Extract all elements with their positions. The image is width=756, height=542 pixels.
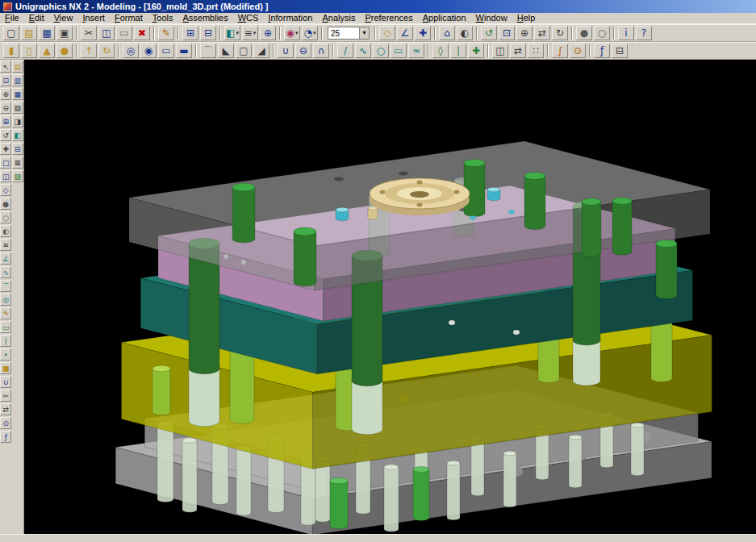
orient-view-button[interactable]: ◐ [457, 26, 473, 40]
nav-2-button[interactable]: ▥ [12, 74, 23, 86]
datum-plane-button[interactable]: ◇ [379, 26, 395, 40]
save-button[interactable]: ▦ [39, 26, 55, 40]
revolve-button[interactable]: ↻ [98, 44, 115, 58]
cone-feature-button[interactable]: ▲ [39, 44, 55, 58]
menu-item-view[interactable]: View [49, 13, 78, 23]
pan-button[interactable]: ✚ [0, 143, 11, 155]
cut-button[interactable]: ✂ [81, 26, 97, 40]
fit-button[interactable]: ⊞ [0, 115, 11, 127]
selection-filter-combo[interactable]: 25▾ [328, 27, 370, 40]
circle-button[interactable]: ◎ [0, 294, 11, 306]
edge-blend-button[interactable]: ⌒ [200, 44, 216, 58]
information-button[interactable]: i [618, 26, 634, 40]
new-button[interactable]: ▢ [3, 26, 19, 40]
help-button[interactable]: ? [636, 26, 652, 40]
nav-3-button[interactable]: ▦ [12, 88, 23, 100]
circle-tool-dropdown-icon[interactable]: ▾ [295, 30, 299, 36]
axis-button[interactable]: | [0, 335, 11, 347]
copy-button[interactable]: ◫ [98, 26, 115, 40]
menu-item-format[interactable]: Format [110, 13, 148, 23]
zoom-tool-button[interactable]: ⊕ [516, 26, 533, 40]
arc-tool-dropdown-icon[interactable]: ▾ [313, 30, 316, 36]
model-navigator-button[interactable]: ⊟ [612, 44, 628, 58]
menu-item-information[interactable]: Information [263, 13, 317, 23]
pattern-button[interactable]: ∷ [528, 44, 544, 58]
shaded-button[interactable]: ● [0, 198, 11, 210]
snap-button[interactable]: ⊙ [0, 417, 11, 429]
rotate-button[interactable]: ↺ [0, 129, 11, 141]
draft-button[interactable]: ◢ [253, 44, 269, 58]
instance-button[interactable]: ◫ [492, 44, 508, 58]
subtract-button[interactable]: ⊖ [295, 44, 311, 58]
wireframe-button[interactable]: ○ [0, 211, 11, 223]
view-ops-button[interactable]: ⊡ [0, 74, 11, 86]
sweep-button[interactable]: ∫ [552, 44, 568, 58]
nav-6-button[interactable]: ◧ [12, 129, 23, 141]
open-button[interactable]: ▤ [21, 26, 37, 40]
intersect-button[interactable]: ∩ [313, 44, 329, 58]
menu-item-edit[interactable]: Edit [24, 13, 49, 23]
snap-grid-button[interactable]: ⊞ [182, 26, 198, 40]
menu-item-help[interactable]: Help [512, 13, 541, 23]
front-view-button[interactable]: □ [0, 156, 11, 169]
extrude-button[interactable]: ↑ [81, 44, 97, 58]
info-window-button[interactable]: ⊟ [200, 26, 216, 40]
hole-feature-button[interactable]: ◎ [123, 44, 139, 58]
chamfer-button[interactable]: ◣ [218, 44, 234, 58]
point-button[interactable]: • [0, 348, 11, 361]
plane-button[interactable]: ▭ [0, 321, 11, 333]
wcs-dynamics-button[interactable]: ⊕ [260, 26, 276, 40]
boss-feature-button[interactable]: ◉ [140, 44, 157, 58]
expression-button[interactable]: ƒ [594, 44, 610, 58]
circle-curve-button[interactable]: ○ [373, 44, 389, 58]
datum-axis-button[interactable]: ∠ [397, 26, 413, 40]
menu-item-insert[interactable]: Insert [77, 13, 110, 23]
selection-filter-combo-arrow-icon[interactable]: ▾ [359, 27, 369, 39]
delete-button[interactable]: ✖ [134, 26, 150, 40]
shell-button[interactable]: ▢ [236, 44, 252, 58]
circle-tool-button[interactable]: ◉▾ [284, 26, 300, 40]
spline-curve-button[interactable]: ≈ [408, 44, 424, 58]
datum-csys-button[interactable]: ✚ [468, 44, 484, 58]
pocket-feature-button[interactable]: ▭ [158, 44, 174, 58]
block-tool-button[interactable]: ■ [0, 362, 11, 374]
block-feature-button[interactable]: ▮ [3, 44, 19, 58]
zoom-in-button[interactable]: ⊕ [0, 88, 11, 100]
paste-button[interactable]: ▭ [116, 26, 132, 40]
nav-8-button[interactable]: ⊠ [12, 156, 23, 169]
menu-item-file[interactable]: File [0, 13, 24, 23]
nav-4-button[interactable]: ▧ [12, 102, 23, 114]
refresh-button[interactable]: ↺ [481, 26, 497, 40]
curve-button[interactable]: ∿ [0, 266, 11, 278]
shaded-view-button[interactable]: ● [576, 26, 592, 40]
tube-button[interactable]: ⊙ [570, 44, 586, 58]
layer-settings-dropdown-icon[interactable]: ▾ [253, 30, 257, 36]
point-tool-button[interactable]: ✚ [415, 26, 431, 40]
arc-tool-button[interactable]: ◔▾ [302, 26, 318, 40]
rotate-view-button[interactable]: ↻ [552, 26, 568, 40]
wireframe-view-button[interactable]: ○ [594, 26, 610, 40]
menu-item-analysis[interactable]: Analysis [317, 13, 360, 23]
unite-button[interactable]: ∪ [278, 44, 294, 58]
sketch-button[interactable]: ✎ [158, 26, 174, 40]
menu-item-wcs[interactable]: WCS [233, 13, 264, 23]
datum-axis-2-button[interactable]: | [450, 44, 466, 58]
menu-item-application[interactable]: Application [418, 13, 471, 23]
trim-button[interactable]: ✂ [0, 390, 11, 402]
pan-tool-button[interactable]: ⇄ [534, 26, 550, 40]
line-curve-button[interactable]: / [337, 44, 353, 58]
layers-button[interactable]: ≡ [0, 239, 11, 251]
fill-color-button[interactable]: ◧▾ [224, 26, 240, 40]
fit-view-button[interactable]: ⊡ [499, 26, 515, 40]
expressions-button[interactable]: ƒ [0, 431, 11, 443]
transform-button[interactable]: ⇄ [0, 403, 11, 415]
zoom-out-button[interactable]: ⊖ [0, 102, 11, 114]
sphere-feature-button[interactable]: ● [56, 44, 73, 58]
menu-item-assemblies[interactable]: Assemblies [178, 13, 232, 23]
select-button[interactable]: ↖ [0, 60, 11, 73]
hidden-edges-button[interactable]: ◐ [0, 225, 11, 237]
sketcher-button[interactable]: ✎ [0, 307, 11, 319]
mirror-body-button[interactable]: ⇄ [510, 44, 526, 58]
print-button[interactable]: ▣ [56, 26, 73, 40]
measure-button[interactable]: ∠ [0, 252, 11, 265]
